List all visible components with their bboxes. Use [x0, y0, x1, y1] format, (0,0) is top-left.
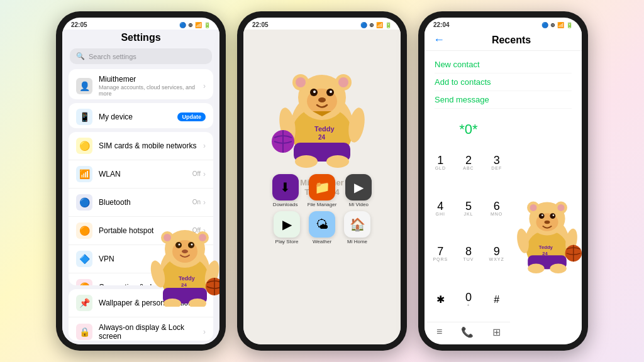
device-icon: 📱 [76, 109, 92, 125]
search-icon: 🔍 [76, 52, 85, 60]
personalization-card: 📌 Wallpaper & personalization › 🔒 Always… [69, 289, 213, 341]
recents-title: Recents [450, 35, 573, 46]
key-7[interactable]: 7 PQRS [427, 232, 454, 277]
account-icon: 👤 [76, 78, 92, 94]
weather-label: Weather [313, 239, 331, 244]
search-bar[interactable]: 🔍 Search settings [70, 48, 212, 64]
recents-actions: New contact Add to contacts Send message [425, 51, 582, 114]
key-star[interactable]: ✱ [427, 277, 454, 322]
time-3: 22:04 [433, 21, 450, 28]
update-badge[interactable]: Update [177, 112, 206, 121]
status-icons-2: 🔵 ⊕ 📶 🔋 [360, 22, 392, 28]
key-9[interactable]: 9 WXYZ [483, 232, 510, 277]
grid-icon[interactable]: ⊞ [492, 326, 501, 338]
app-row-1: ⬇ Downloads 📁 File Manager ▶ Mi Video [272, 174, 372, 207]
key-1[interactable]: 1 GLD [427, 140, 454, 185]
device-label: My device [99, 112, 177, 121]
wlan-status: Off [192, 170, 201, 177]
key-5[interactable]: 5 JKL [455, 186, 482, 231]
bluetooth-item[interactable]: 🔵 Bluetooth On › [69, 189, 213, 217]
app-downloads[interactable]: ⬇ Downloads [272, 174, 299, 207]
app-file-manager[interactable]: 📁 File Manager [308, 174, 337, 207]
dial-display: *0* [427, 116, 510, 140]
dialer-left: *0* 1 GLD 2 ABC 3 DEF [425, 114, 513, 344]
svg-text:Teddy: Teddy [314, 125, 335, 133]
svg-point-35 [338, 77, 348, 87]
dialer-bottom-bar: ≡ 📞 ⊞ [427, 322, 510, 342]
app-play-store[interactable]: ▶ Play Store [274, 211, 300, 244]
home-teddy: Teddy 24 [272, 48, 372, 168]
dialer-area: *0* 1 GLD 2 ABC 3 DEF [425, 114, 582, 344]
phone-settings: 22:05 🔵 ⊕ 📶 🔋 Settings 🔍 Search settings… [56, 11, 226, 351]
app-weather[interactable]: 🌤 Weather [309, 211, 335, 244]
account-chevron: › [203, 82, 206, 90]
bluetooth-label: Bluetooth [99, 198, 190, 207]
app-mi-home[interactable]: 🏠 Mi Home [344, 211, 370, 244]
my-device-card: 📱 My device Update [69, 103, 213, 128]
key-6[interactable]: 6 MNO [483, 186, 510, 231]
connection-label: Connection & sharing [99, 283, 201, 285]
device-text: My device [99, 112, 177, 121]
play-store-label: Play Store [275, 239, 299, 244]
sim-chevron: › [203, 141, 206, 150]
hotspot-label: Portable hotspot [99, 226, 190, 235]
svg-point-48 [528, 264, 544, 273]
send-message-action[interactable]: Send message [435, 91, 572, 109]
svg-text:Teddy: Teddy [539, 244, 553, 250]
bluetooth-icon: 🔵 [76, 194, 92, 211]
svg-point-58 [558, 204, 565, 211]
svg-point-33 [296, 77, 306, 87]
app-grid: ⬇ Downloads 📁 File Manager ▶ Mi Video ▶ [272, 174, 372, 244]
key-hash[interactable]: # [483, 277, 510, 322]
app-row-2: ▶ Play Store 🌤 Weather 🏠 Mi Home [272, 211, 372, 244]
key-2[interactable]: 2 ABC [455, 140, 482, 185]
svg-point-64 [545, 221, 550, 224]
key-4[interactable]: 4 GHI [427, 186, 454, 231]
add-to-contacts-action[interactable]: Add to contacts [435, 74, 572, 91]
svg-point-41 [318, 97, 326, 102]
menu-icon[interactable]: ≡ [436, 326, 442, 338]
lockscreen-item[interactable]: 🔒 Always-on display & Lock screen › [69, 317, 213, 341]
back-button[interactable]: ← [433, 33, 445, 47]
settings-list: 👤 Miuithemer Manage accounts, cloud serv… [62, 69, 219, 344]
settings-title: Settings [62, 30, 219, 48]
call-icon[interactable]: 📞 [461, 326, 474, 338]
key-0[interactable]: 0 + [455, 277, 482, 322]
account-item[interactable]: 👤 Miuithemer Manage accounts, cloud serv… [69, 69, 213, 99]
network-card: 🟡 SIM cards & mobile networks › 📶 WLAN O… [69, 132, 213, 285]
wlan-item[interactable]: 📶 WLAN Off › [69, 160, 213, 189]
wallpaper-icon: 📌 [76, 295, 92, 311]
wallpaper-label: Wallpaper & personalization [99, 299, 201, 307]
status-bar-3: 22:04 🔵 ⊕ 📶 🔋 [425, 18, 582, 30]
my-device-item[interactable]: 📱 My device Update [69, 103, 213, 128]
sim-label: SIM cards & mobile networks [99, 141, 201, 150]
connection-item[interactable]: 🟠 Connection & sharing › [69, 273, 213, 285]
time-2: 22:05 [252, 21, 269, 28]
settings-screen: Settings 🔍 Search settings 👤 Miuithemer … [62, 30, 219, 344]
new-contact-action[interactable]: New contact [435, 56, 572, 74]
status-icons-1: 🔵 ⊕ 📶 🔋 [179, 22, 211, 28]
wlan-icon: 📶 [76, 166, 92, 182]
mi-home-label: Mi Home [347, 239, 367, 244]
wlan-label: WLAN [99, 170, 190, 178]
sim-item[interactable]: 🟡 SIM cards & mobile networks › [69, 132, 213, 160]
vpn-item[interactable]: 🔷 VPN › [69, 245, 213, 273]
key-8[interactable]: 8 TUV [455, 232, 482, 277]
recents-screen: ← Recents New contact Add to contacts Se… [425, 30, 582, 344]
svg-point-60 [539, 213, 545, 219]
app-mi-video[interactable]: ▶ Mi Video [345, 174, 372, 207]
svg-point-25 [295, 155, 318, 168]
mi-video-icon: ▶ [345, 174, 372, 200]
key-3[interactable]: 3 DEF [483, 140, 510, 185]
wallpaper-item[interactable]: 📌 Wallpaper & personalization › [69, 289, 213, 317]
hotspot-item[interactable]: 🟠 Portable hotspot Off › [69, 217, 213, 245]
file-manager-icon: 📁 [309, 174, 335, 200]
vpn-label: VPN [99, 255, 201, 263]
status-bar-2: 22:05 🔵 ⊕ 📶 🔋 [243, 18, 401, 30]
account-sublabel: Manage accounts, cloud services, and mor… [99, 84, 201, 97]
mi-video-label: Mi Video [349, 202, 369, 207]
sim-icon: 🟡 [76, 138, 92, 154]
lockscreen-icon: 🔒 [76, 324, 92, 340]
dial-grid: 1 GLD 2 ABC 3 DEF 4 GHI [427, 140, 510, 322]
svg-point-49 [550, 264, 566, 273]
